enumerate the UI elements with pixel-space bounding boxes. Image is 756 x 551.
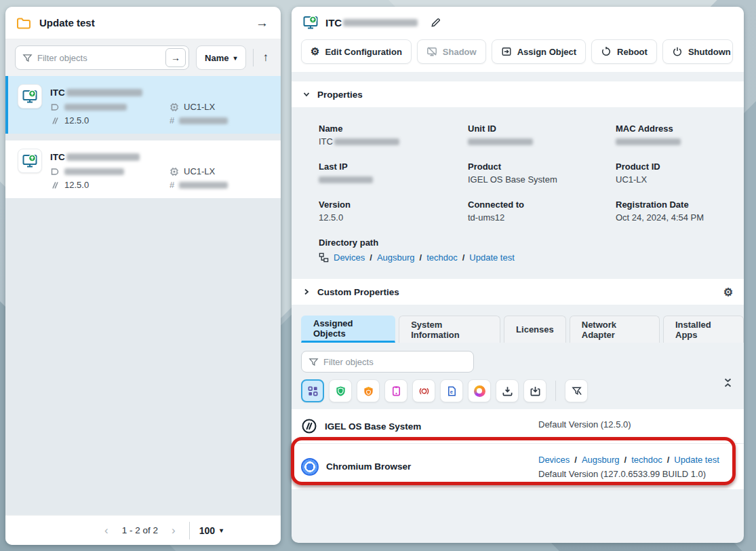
edit-configuration-button[interactable]: ⚙ Edit Configuration xyxy=(301,39,412,64)
filter-category-button[interactable] xyxy=(468,379,491,402)
ring-red-icon xyxy=(418,385,430,397)
redacted-value xyxy=(616,138,681,145)
device-list-item[interactable]: ITC xyxy=(5,140,281,198)
device-product-id-value: UC1-LX xyxy=(184,166,215,176)
property-label: Version xyxy=(319,200,468,210)
properties-section-header[interactable]: Properties xyxy=(292,81,744,107)
device-name-prefix: ITC xyxy=(50,152,65,162)
device-filter-field[interactable]: → xyxy=(15,45,189,70)
edit-configuration-label: Edit Configuration xyxy=(325,47,401,57)
tab-licenses[interactable]: Licenses xyxy=(504,316,566,343)
assigned-object-row[interactable]: IGEL OS Base System Default Version (12.… xyxy=(292,409,744,443)
overflow-menu-icon[interactable]: ⋮ xyxy=(738,45,744,58)
property-value-text: ITC xyxy=(319,136,333,147)
document-blue-icon: e xyxy=(446,385,458,397)
tab-network-adapter[interactable]: Network Adapter xyxy=(570,316,660,343)
device-name-prefix: ITC xyxy=(325,17,342,28)
breadcrumb-link[interactable]: Devices xyxy=(334,252,365,263)
submit-filter-icon[interactable]: → xyxy=(165,48,186,67)
device-list-item[interactable]: ITC xyxy=(5,76,281,134)
device-product-id: UC1-LX xyxy=(170,102,271,112)
device-version: 12.5.0 xyxy=(50,180,170,190)
property-value: 12.5.0 xyxy=(319,212,468,223)
breadcrumb-link[interactable]: Update test xyxy=(674,455,719,465)
properties-content: Name ITC Unit ID MAC Address Last IP xyxy=(292,107,744,263)
tab-system-information[interactable]: System Information xyxy=(399,316,500,343)
assigned-object-version: Default Version (127.0.6533.99 BUILD 1.0… xyxy=(538,469,733,479)
assigned-objects-filter-field[interactable] xyxy=(301,351,474,373)
tab-installed-apps[interactable]: Installed Apps xyxy=(663,316,744,343)
property-field: Product IGEL OS Base System xyxy=(468,162,616,185)
panel-empty-area xyxy=(292,489,744,543)
device-detail-title: ITC xyxy=(325,17,418,28)
collapse-vertical-icon[interactable] xyxy=(724,378,732,387)
clear-filter-button[interactable] xyxy=(565,379,588,402)
breadcrumb-separator: / xyxy=(420,252,422,263)
next-page-icon[interactable]: › xyxy=(167,524,180,537)
breadcrumb-link[interactable]: Augsburg xyxy=(582,455,620,465)
property-value: IGEL OS Base System xyxy=(468,174,616,185)
page-size-value: 100 xyxy=(199,525,215,536)
import-button[interactable] xyxy=(523,379,546,402)
directory-path-label: Directory path xyxy=(319,238,723,248)
filter-category-button[interactable] xyxy=(412,379,435,402)
device-filter-input[interactable] xyxy=(37,53,165,63)
device-name-prefix: ITC xyxy=(50,88,65,98)
chromium-icon xyxy=(301,458,319,476)
filter-category-button[interactable]: e xyxy=(440,379,463,402)
edit-pencil-icon[interactable] xyxy=(430,17,441,28)
property-field: Unit ID xyxy=(468,124,616,147)
object-category-toolbar: e xyxy=(292,377,744,409)
redacted-device-name xyxy=(343,19,418,26)
cpu-icon xyxy=(170,167,179,176)
shadow-button[interactable]: Shadow xyxy=(417,39,486,64)
prev-page-icon[interactable]: ‹ xyxy=(100,524,113,537)
shutdown-button[interactable]: Shutdown xyxy=(662,39,733,64)
filter-category-button[interactable] xyxy=(329,379,352,402)
caret-down-icon: ▾ xyxy=(220,527,223,534)
reboot-icon xyxy=(601,46,612,57)
assigned-object-row[interactable]: Chromium Browser Devices / Augsburg / te… xyxy=(292,443,744,489)
device-ip: # xyxy=(170,180,271,190)
sort-field-button[interactable]: Name ▾ xyxy=(196,45,245,70)
breadcrumb-link[interactable]: Augsburg xyxy=(377,252,415,263)
clear-filter-icon xyxy=(571,385,582,397)
reboot-button[interactable]: Reboot xyxy=(591,39,657,64)
breadcrumb-link[interactable]: Devices xyxy=(538,455,570,465)
assigned-objects-list: IGEL OS Base System Default Version (12.… xyxy=(292,409,744,489)
property-label: Name xyxy=(319,124,468,134)
assigned-object-meta: Default Version (12.5.0) xyxy=(538,419,733,433)
filter-all-categories-button[interactable] xyxy=(301,379,324,402)
property-label: Connected to xyxy=(468,200,616,210)
assigned-object-main: Chromium Browser xyxy=(301,458,538,476)
custom-properties-section-header[interactable]: Custom Properties ⚙ xyxy=(292,279,744,305)
assigned-objects-filter-row xyxy=(292,343,744,377)
custom-properties-label: Custom Properties xyxy=(317,287,399,297)
ip-hash-icon: # xyxy=(170,180,174,190)
browser-ring-icon xyxy=(474,385,485,397)
funnel-icon xyxy=(22,53,33,63)
property-field: Name ITC xyxy=(319,124,468,147)
device-list: ITC xyxy=(5,76,281,515)
assigned-objects-filter-input[interactable] xyxy=(323,357,471,367)
funnel-icon xyxy=(309,357,319,367)
gear-icon[interactable]: ⚙ xyxy=(723,286,733,299)
breadcrumb-link[interactable]: techdoc xyxy=(426,252,458,263)
igel-logo-icon xyxy=(301,418,317,434)
tab-assigned-objects[interactable]: Assigned Objects xyxy=(301,316,395,343)
breadcrumb-link[interactable]: Update test xyxy=(469,252,515,263)
ums-web-app: Update test → → Name ▾ ↑ xyxy=(0,0,756,551)
filter-category-button[interactable] xyxy=(357,379,380,402)
ip-hash-icon: # xyxy=(170,115,174,126)
property-value: ITC xyxy=(319,136,468,147)
panel-collapse-arrow-icon[interactable]: → xyxy=(256,16,268,31)
folder-icon xyxy=(16,17,31,29)
breadcrumb-link[interactable]: techdoc xyxy=(631,455,662,465)
sort-ascending-icon[interactable]: ↑ xyxy=(260,51,272,64)
divider xyxy=(189,522,190,539)
filter-category-button[interactable] xyxy=(384,379,407,402)
download-button[interactable] xyxy=(496,379,519,402)
breadcrumb-separator: / xyxy=(667,455,670,465)
assign-object-button[interactable]: Assign Object xyxy=(492,39,586,64)
page-size-selector[interactable]: 100 ▾ xyxy=(199,525,223,536)
